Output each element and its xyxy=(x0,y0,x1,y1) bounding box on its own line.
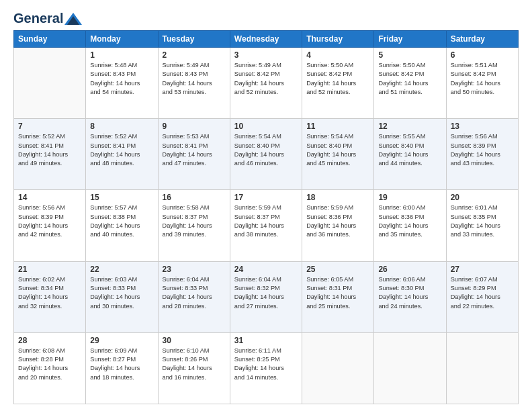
calendar-cell: 8Sunrise: 5:52 AM Sunset: 8:41 PM Daylig… xyxy=(86,119,158,190)
calendar-cell: 25Sunrise: 6:05 AM Sunset: 8:31 PM Dayli… xyxy=(302,261,374,332)
calendar-cell: 9Sunrise: 5:53 AM Sunset: 8:41 PM Daylig… xyxy=(158,119,230,190)
col-header-wednesday: Wednesday xyxy=(230,31,302,48)
day-number: 7 xyxy=(18,122,81,131)
calendar-cell: 22Sunrise: 6:03 AM Sunset: 8:33 PM Dayli… xyxy=(86,261,158,332)
calendar-cell xyxy=(374,332,446,404)
cell-info: Sunrise: 6:06 AM Sunset: 8:30 PM Dayligh… xyxy=(378,275,441,311)
calendar-cell: 13Sunrise: 5:56 AM Sunset: 8:39 PM Dayli… xyxy=(446,119,518,190)
cell-info: Sunrise: 6:10 AM Sunset: 8:26 PM Dayligh… xyxy=(163,347,226,382)
day-number: 20 xyxy=(451,193,514,202)
day-number: 6 xyxy=(451,50,514,60)
calendar-cell: 24Sunrise: 6:04 AM Sunset: 8:32 PM Dayli… xyxy=(230,261,302,332)
day-number: 9 xyxy=(163,122,226,131)
calendar-cell: 3Sunrise: 5:49 AM Sunset: 8:42 PM Daylig… xyxy=(230,48,302,119)
day-number: 10 xyxy=(234,122,298,131)
cell-info: Sunrise: 5:49 AM Sunset: 8:43 PM Dayligh… xyxy=(163,61,226,97)
day-number: 31 xyxy=(234,336,298,345)
cell-info: Sunrise: 5:56 AM Sunset: 8:39 PM Dayligh… xyxy=(451,132,514,168)
day-number: 24 xyxy=(234,265,298,274)
calendar-cell: 26Sunrise: 6:06 AM Sunset: 8:30 PM Dayli… xyxy=(374,261,446,332)
day-number: 2 xyxy=(163,50,226,60)
cell-info: Sunrise: 5:58 AM Sunset: 8:37 PM Dayligh… xyxy=(163,203,226,239)
calendar-cell: 31Sunrise: 6:11 AM Sunset: 8:25 PM Dayli… xyxy=(230,332,302,404)
calendar-cell: 2Sunrise: 5:49 AM Sunset: 8:43 PM Daylig… xyxy=(158,48,230,119)
calendar-cell: 4Sunrise: 5:50 AM Sunset: 8:42 PM Daylig… xyxy=(302,48,374,119)
calendar-cell: 16Sunrise: 5:58 AM Sunset: 8:37 PM Dayli… xyxy=(158,190,230,261)
day-number: 5 xyxy=(378,50,441,60)
day-number: 3 xyxy=(234,50,298,60)
day-number: 23 xyxy=(163,265,226,274)
calendar-cell xyxy=(14,48,86,119)
cell-info: Sunrise: 5:50 AM Sunset: 8:42 PM Dayligh… xyxy=(378,61,441,97)
calendar-cell: 6Sunrise: 5:51 AM Sunset: 8:42 PM Daylig… xyxy=(446,48,518,119)
col-header-saturday: Saturday xyxy=(446,31,518,48)
day-number: 29 xyxy=(90,336,153,345)
calendar-cell: 30Sunrise: 6:10 AM Sunset: 8:26 PM Dayli… xyxy=(158,332,230,404)
calendar-week-row: 7Sunrise: 5:52 AM Sunset: 8:41 PM Daylig… xyxy=(14,119,519,190)
cell-info: Sunrise: 6:01 AM Sunset: 8:35 PM Dayligh… xyxy=(451,203,514,239)
calendar-cell: 29Sunrise: 6:09 AM Sunset: 8:27 PM Dayli… xyxy=(86,332,158,404)
cell-info: Sunrise: 5:56 AM Sunset: 8:39 PM Dayligh… xyxy=(18,203,81,239)
cell-info: Sunrise: 5:54 AM Sunset: 8:40 PM Dayligh… xyxy=(306,132,369,168)
logo-icon xyxy=(64,13,82,25)
cell-info: Sunrise: 5:53 AM Sunset: 8:41 PM Dayligh… xyxy=(163,132,226,168)
calendar-cell: 27Sunrise: 6:07 AM Sunset: 8:29 PM Dayli… xyxy=(446,261,518,332)
calendar-cell xyxy=(302,332,374,404)
calendar-table: SundayMondayTuesdayWednesdayThursdayFrid… xyxy=(13,30,519,404)
day-number: 14 xyxy=(18,193,81,202)
calendar-cell: 28Sunrise: 6:08 AM Sunset: 8:28 PM Dayli… xyxy=(14,332,86,404)
cell-info: Sunrise: 6:07 AM Sunset: 8:29 PM Dayligh… xyxy=(451,275,514,311)
calendar-cell: 1Sunrise: 5:48 AM Sunset: 8:43 PM Daylig… xyxy=(86,48,158,119)
cell-info: Sunrise: 5:54 AM Sunset: 8:40 PM Dayligh… xyxy=(234,132,298,168)
calendar-week-row: 14Sunrise: 5:56 AM Sunset: 8:39 PM Dayli… xyxy=(14,190,519,261)
calendar-header-row: SundayMondayTuesdayWednesdayThursdayFrid… xyxy=(14,31,519,48)
calendar-cell: 18Sunrise: 5:59 AM Sunset: 8:36 PM Dayli… xyxy=(302,190,374,261)
day-number: 27 xyxy=(451,265,514,274)
day-number: 17 xyxy=(234,193,298,202)
day-number: 26 xyxy=(378,265,441,274)
cell-info: Sunrise: 6:08 AM Sunset: 8:28 PM Dayligh… xyxy=(18,347,81,382)
day-number: 21 xyxy=(18,265,81,274)
calendar-week-row: 1Sunrise: 5:48 AM Sunset: 8:43 PM Daylig… xyxy=(14,48,519,119)
cell-info: Sunrise: 5:55 AM Sunset: 8:40 PM Dayligh… xyxy=(378,132,441,168)
cell-info: Sunrise: 5:59 AM Sunset: 8:36 PM Dayligh… xyxy=(306,203,369,239)
calendar-cell: 19Sunrise: 6:00 AM Sunset: 8:36 PM Dayli… xyxy=(374,190,446,261)
day-number: 22 xyxy=(90,265,153,274)
logo-general: General xyxy=(13,11,63,26)
day-number: 8 xyxy=(90,122,153,131)
calendar-cell: 23Sunrise: 6:04 AM Sunset: 8:33 PM Dayli… xyxy=(158,261,230,332)
calendar-cell: 10Sunrise: 5:54 AM Sunset: 8:40 PM Dayli… xyxy=(230,119,302,190)
day-number: 16 xyxy=(163,193,226,202)
calendar-cell: 11Sunrise: 5:54 AM Sunset: 8:40 PM Dayli… xyxy=(302,119,374,190)
day-number: 12 xyxy=(378,122,441,131)
cell-info: Sunrise: 6:04 AM Sunset: 8:32 PM Dayligh… xyxy=(234,275,298,311)
col-header-tuesday: Tuesday xyxy=(158,31,230,48)
day-number: 18 xyxy=(306,193,369,202)
calendar-cell: 7Sunrise: 5:52 AM Sunset: 8:41 PM Daylig… xyxy=(14,119,86,190)
cell-info: Sunrise: 6:09 AM Sunset: 8:27 PM Dayligh… xyxy=(90,347,153,382)
cell-info: Sunrise: 5:50 AM Sunset: 8:42 PM Dayligh… xyxy=(306,61,369,97)
cell-info: Sunrise: 6:04 AM Sunset: 8:33 PM Dayligh… xyxy=(163,275,226,311)
calendar-cell: 15Sunrise: 5:57 AM Sunset: 8:38 PM Dayli… xyxy=(86,190,158,261)
day-number: 28 xyxy=(18,336,81,345)
calendar-cell: 21Sunrise: 6:02 AM Sunset: 8:34 PM Dayli… xyxy=(14,261,86,332)
col-header-monday: Monday xyxy=(86,31,158,48)
cell-info: Sunrise: 5:48 AM Sunset: 8:43 PM Dayligh… xyxy=(90,61,153,97)
calendar-cell: 17Sunrise: 5:59 AM Sunset: 8:37 PM Dayli… xyxy=(230,190,302,261)
page: General SundayMondayTuesdayWednesdayThur… xyxy=(0,0,532,411)
header: General xyxy=(13,11,519,24)
calendar-cell: 14Sunrise: 5:56 AM Sunset: 8:39 PM Dayli… xyxy=(14,190,86,261)
cell-info: Sunrise: 6:02 AM Sunset: 8:34 PM Dayligh… xyxy=(18,275,81,311)
cell-info: Sunrise: 5:59 AM Sunset: 8:37 PM Dayligh… xyxy=(234,203,298,239)
col-header-sunday: Sunday xyxy=(14,31,86,48)
cell-info: Sunrise: 6:05 AM Sunset: 8:31 PM Dayligh… xyxy=(306,275,369,311)
cell-info: Sunrise: 6:00 AM Sunset: 8:36 PM Dayligh… xyxy=(378,203,441,239)
day-number: 13 xyxy=(451,122,514,131)
cell-info: Sunrise: 5:49 AM Sunset: 8:42 PM Dayligh… xyxy=(234,61,298,97)
logo: General xyxy=(13,11,82,24)
calendar-cell: 20Sunrise: 6:01 AM Sunset: 8:35 PM Dayli… xyxy=(446,190,518,261)
day-number: 30 xyxy=(163,336,226,345)
cell-info: Sunrise: 6:03 AM Sunset: 8:33 PM Dayligh… xyxy=(90,275,153,311)
calendar-cell: 12Sunrise: 5:55 AM Sunset: 8:40 PM Dayli… xyxy=(374,119,446,190)
day-number: 19 xyxy=(378,193,441,202)
